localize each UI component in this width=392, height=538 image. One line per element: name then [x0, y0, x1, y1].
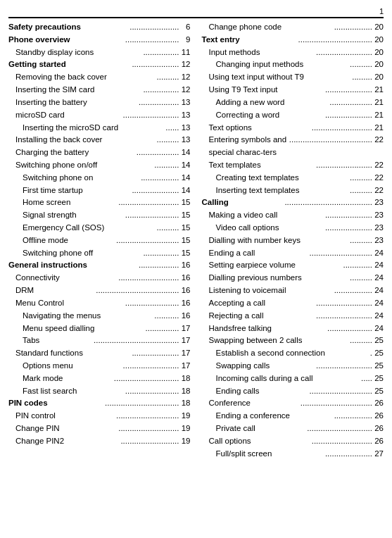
toc-page: 22: [372, 134, 384, 159]
toc-item: Switching phone off................15: [8, 247, 191, 260]
toc-title: Standby display icons: [8, 46, 143, 59]
toc-title: Change phone code: [202, 21, 334, 34]
toc-title: Getting started: [8, 58, 132, 71]
toc-page: 23: [372, 222, 384, 234]
toc-item: Incoming calls during a call.....25: [202, 373, 384, 385]
toc-title: Safety precautions: [8, 21, 129, 34]
toc-dots: ............................: [116, 410, 179, 423]
toc-title: Listening to voicemail: [202, 284, 334, 297]
toc-item: Entering symbols and special charac-ters…: [202, 134, 384, 159]
toc-item: Navigating the menus...........16: [8, 310, 191, 323]
toc-item: Standard functions.....................1…: [8, 347, 191, 360]
toc-dots: .................: [334, 21, 372, 34]
toc-page: 16: [179, 259, 191, 272]
toc-dots: ...................: [137, 146, 179, 159]
toc-item: Establish a second connection.25: [202, 347, 384, 360]
toc-item: Text templates.........................2…: [202, 159, 384, 172]
toc-item: Menu speed dialling...............17: [8, 323, 191, 335]
toc-title: Menu Control: [8, 297, 125, 310]
toc-title: Creating text templates: [202, 172, 350, 184]
toc-title: Switching phone off: [8, 247, 143, 260]
toc-page: 16: [179, 284, 191, 297]
toc-dots: .....................: [132, 58, 179, 71]
toc-item: Creating text templates..........22: [202, 172, 384, 184]
toc-title: Correcting a word: [202, 109, 325, 122]
toc-page: 22: [372, 184, 384, 197]
toc-item: Fast list search........................…: [8, 385, 191, 398]
toc-item: Text options...........................2…: [202, 122, 384, 134]
toc-item: Input methods.........................20: [202, 46, 384, 59]
toc-page: 19: [179, 423, 191, 435]
toc-item: Getting started.....................12: [8, 58, 191, 71]
toc-item: Text entry..............................…: [202, 34, 384, 46]
toc-item: Switching phone on.................14: [8, 172, 191, 184]
toc-item: Menu Control........................16: [8, 297, 191, 310]
toc-dots: .........................: [316, 46, 372, 59]
toc-title: Text entry: [202, 34, 298, 46]
toc-dots: ..................: [139, 96, 179, 109]
toc-title: Incoming calls during a call: [202, 373, 362, 385]
toc-title: Inserting the microSD card: [8, 122, 165, 134]
toc-dots: ............................: [310, 247, 372, 260]
toc-page: 18: [179, 397, 191, 410]
toc-page: 19: [179, 435, 191, 448]
toc-page: 21: [372, 122, 384, 134]
toc-page: 16: [179, 310, 191, 323]
toc-title: Options menu: [8, 360, 123, 373]
toc-dots: .................................: [105, 397, 179, 410]
toc-item: Rejecting a call........................…: [202, 310, 384, 323]
toc-page: 13: [179, 109, 191, 122]
toc-item: Offline mode............................…: [8, 234, 191, 247]
toc-title: Installing the back cover: [8, 134, 157, 146]
toc-title: Charging the battery: [8, 146, 137, 159]
toc-dots: .....................................: [96, 284, 179, 297]
toc-dots: .........................: [316, 310, 372, 323]
toc-page: 26: [372, 410, 384, 423]
toc-item: Private call............................…: [202, 423, 384, 435]
toc-dots: .................: [334, 410, 372, 423]
toc-dots: ...........................: [118, 196, 179, 209]
toc-title: microSD card: [8, 109, 123, 122]
toc-title: Fast list search: [8, 385, 125, 398]
toc-container: Safety precautions......................…: [8, 21, 384, 460]
toc-title: Switching phone on/off: [8, 159, 154, 172]
toc-title: Removing the back cover: [8, 71, 157, 84]
toc-title: Home screen: [8, 196, 118, 209]
toc-title: Using text input without T9: [202, 71, 353, 84]
toc-dots: ....................: [327, 323, 372, 335]
toc-title: Accepting a call: [202, 297, 317, 310]
toc-title: PIN codes: [8, 397, 105, 410]
toc-item: Making a video call.....................…: [202, 209, 384, 222]
toc-item: Dialling with number keys..........23: [202, 234, 384, 247]
toc-dots: .....: [361, 373, 372, 385]
toc-item: PIN codes...............................…: [8, 397, 191, 410]
toc-page: 18: [179, 385, 191, 398]
toc-dots: .........................: [316, 159, 372, 172]
toc-item: Mark mode.............................18: [8, 373, 191, 385]
toc-title: Text templates: [202, 159, 317, 172]
toc-item: Change PIN2..........................19: [8, 435, 191, 448]
toc-title: Connectivity: [8, 272, 118, 284]
toc-dots: ................: [143, 46, 179, 59]
toc-item: Removing the back cover..........12: [8, 71, 191, 84]
toc-item: Ending a call...........................…: [202, 247, 384, 260]
toc-page: 13: [179, 134, 191, 146]
toc-page: 20: [372, 46, 384, 59]
toc-title: Mark mode: [8, 373, 114, 385]
toc-item: Signal strength........................1…: [8, 209, 191, 222]
toc-dots: .............: [343, 259, 372, 272]
toc-dots: ...........................: [118, 272, 179, 284]
toc-title: Switching phone on: [8, 172, 141, 184]
toc-dots: ..........................: [120, 435, 179, 448]
toc-page: 25: [372, 385, 384, 398]
toc-dots: ..........: [350, 234, 372, 247]
toc-title: Swapping between 2 calls: [202, 334, 350, 347]
toc-page: 24: [372, 310, 384, 323]
toc-title: Full/split screen: [202, 448, 325, 461]
toc-page: 25: [372, 373, 384, 385]
toc-page: 12: [179, 84, 191, 96]
toc-title: Ending a call: [202, 247, 310, 260]
toc-page: 25: [372, 347, 384, 360]
toc-item: Setting earpiece volume.............24: [202, 259, 384, 272]
toc-dots: ........................: [125, 34, 179, 46]
